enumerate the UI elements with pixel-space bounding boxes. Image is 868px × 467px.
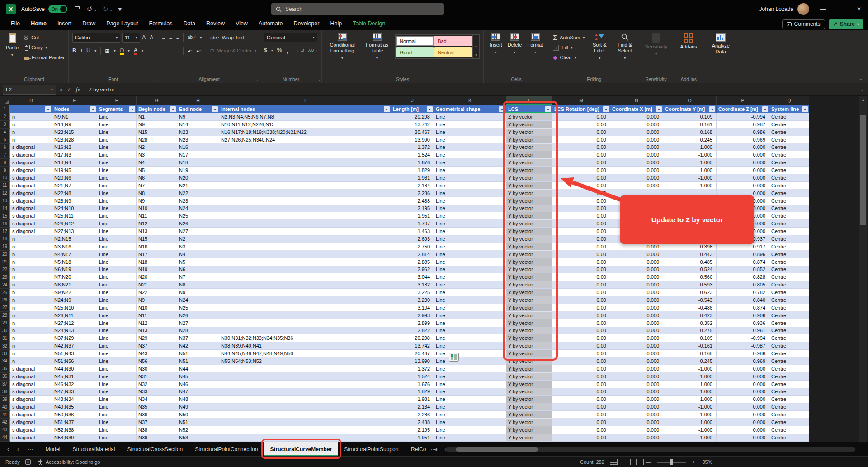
cell[interactable]: Line [434, 167, 506, 174]
cell[interactable]: s diagonal [10, 190, 52, 197]
cell[interactable] [219, 182, 391, 190]
cell[interactable]: Line [97, 174, 137, 182]
cell[interactable]: -0.161 [663, 342, 717, 350]
cell[interactable] [219, 220, 391, 228]
cell[interactable]: N44;N30 [52, 365, 97, 373]
cell[interactable]: Y by vector [506, 121, 552, 129]
cell[interactable]: N24 [177, 205, 219, 213]
font-dialog-launcher[interactable]: ⌟ [154, 77, 156, 81]
sheet-tab-relco[interactable]: RelCo [405, 442, 426, 456]
cell[interactable]: 0.852 [717, 266, 769, 274]
cell[interactable]: Centre [769, 334, 809, 342]
cell[interactable]: N4 [137, 159, 177, 167]
cell[interactable]: Y by vector [506, 388, 552, 396]
filter-dropdown-icon[interactable]: ▼ [90, 106, 96, 112]
cell[interactable]: 1.981 [391, 174, 434, 182]
align-middle-icon[interactable]: ≡ [169, 34, 172, 41]
next-sheet-icon[interactable]: › [17, 446, 19, 453]
cell[interactable]: s diagonal [10, 403, 52, 411]
cell[interactable]: N18 [137, 258, 177, 266]
cell[interactable]: Y by vector [506, 296, 552, 304]
cell[interactable]: Z by vector [506, 113, 552, 121]
row-header[interactable]: 27 [0, 304, 10, 312]
cell[interactable]: -1.000 [663, 365, 717, 373]
cell[interactable]: Centre [769, 281, 809, 289]
cell[interactable]: 0.00 [552, 258, 610, 266]
sheet-tab-structuralmaterial[interactable]: StructuralMaterial [66, 442, 121, 456]
row-header[interactable]: 37 [0, 381, 10, 388]
cell[interactable]: 3.225 [391, 289, 434, 296]
row-header[interactable]: 22 [0, 266, 10, 274]
cell[interactable]: Y by vector [506, 434, 552, 442]
column-header-I[interactable]: I [219, 96, 391, 105]
cell[interactable]: 0.00 [552, 327, 610, 335]
prev-sheet-icon[interactable]: ‹ [7, 446, 9, 453]
share-button[interactable]: ↗ Share ▾ [829, 19, 863, 29]
row-header[interactable]: 41 [0, 411, 10, 419]
cell[interactable]: s diagonal [10, 365, 52, 373]
cell[interactable]: N27 [177, 319, 219, 327]
cell[interactable]: 0.000 [717, 182, 769, 190]
cell[interactable]: 2.962 [391, 266, 434, 274]
cell[interactable]: N51 [177, 419, 219, 426]
cell[interactable]: s diagonal [10, 151, 52, 159]
cell[interactable]: s diagonal [10, 220, 52, 228]
cell[interactable]: N37 [177, 334, 219, 342]
cell[interactable]: N28 [177, 327, 219, 335]
quick-analysis-button[interactable] [449, 353, 459, 362]
cell[interactable]: Y by vector [506, 327, 552, 335]
comments-button[interactable]: Comments [782, 19, 825, 29]
autosave-toggle[interactable]: On [48, 5, 67, 13]
cell[interactable]: N19 [137, 266, 177, 274]
cell[interactable]: Line [434, 205, 506, 213]
cell[interactable]: N52;N38 [52, 426, 97, 434]
cell[interactable]: Centre [769, 373, 809, 381]
row-header[interactable]: 30 [0, 327, 10, 335]
cell[interactable]: N33 [137, 388, 177, 396]
cell[interactable]: 0.593 [663, 281, 717, 289]
row-header[interactable]: 36 [0, 373, 10, 381]
cell[interactable]: 0.00 [552, 113, 610, 121]
sheet-tab-structuralcrosssection[interactable]: StructuralCrossSection [121, 442, 189, 456]
cell[interactable]: N7;N20 [52, 273, 97, 281]
cell[interactable]: 0.00 [552, 396, 610, 403]
cell[interactable]: Line [97, 220, 137, 228]
cell[interactable]: n [10, 312, 52, 319]
cell[interactable]: Line [434, 327, 506, 335]
cell[interactable]: Y by vector [506, 312, 552, 319]
cell[interactable]: Line [434, 342, 506, 350]
cell[interactable]: N46 [177, 381, 219, 388]
cell[interactable]: 0.000 [610, 129, 663, 136]
cell[interactable]: Line [434, 434, 506, 442]
menu-tab-file[interactable]: File [5, 18, 25, 30]
cell[interactable]: Line [97, 396, 137, 403]
cell[interactable]: 0.00 [552, 403, 610, 411]
cell[interactable]: -1.000 [663, 426, 717, 434]
cell[interactable]: Centre [769, 212, 809, 220]
cell[interactable]: N27;N12 [52, 319, 97, 327]
row-header[interactable]: 9 [0, 167, 10, 174]
vertical-scrollbar-thumb[interactable] [860, 115, 866, 225]
cell[interactable]: N4 [177, 251, 219, 258]
cell[interactable]: 0.000 [717, 426, 769, 434]
cell[interactable]: N51;N43 [52, 350, 97, 357]
cell[interactable]: 0.000 [610, 381, 663, 388]
accessibility-status[interactable]: Accessibility: Good to go [46, 459, 100, 465]
cell[interactable]: N52 [177, 426, 219, 434]
row-header[interactable]: 42 [0, 419, 10, 426]
name-box[interactable]: L2▾ [3, 85, 56, 95]
row-header[interactable]: 2 [0, 113, 10, 121]
cell[interactable]: N16 [177, 144, 219, 152]
row-header[interactable]: 15 [0, 212, 10, 220]
cell[interactable]: Y by vector [506, 334, 552, 342]
cell[interactable]: N55;N54;N53;N52 [219, 357, 391, 365]
cell[interactable]: -1.000 [663, 419, 717, 426]
cell[interactable]: Line [434, 258, 506, 266]
cell[interactable]: 0.840 [717, 296, 769, 304]
styles-down-icon[interactable]: ▾ [475, 45, 477, 48]
cell[interactable]: 0.398 [663, 243, 717, 251]
cell[interactable]: 0.969 [717, 357, 769, 365]
cell[interactable]: Y by vector [506, 365, 552, 373]
zoom-slider-thumb[interactable] [670, 459, 673, 465]
cell[interactable]: 0.000 [717, 396, 769, 403]
